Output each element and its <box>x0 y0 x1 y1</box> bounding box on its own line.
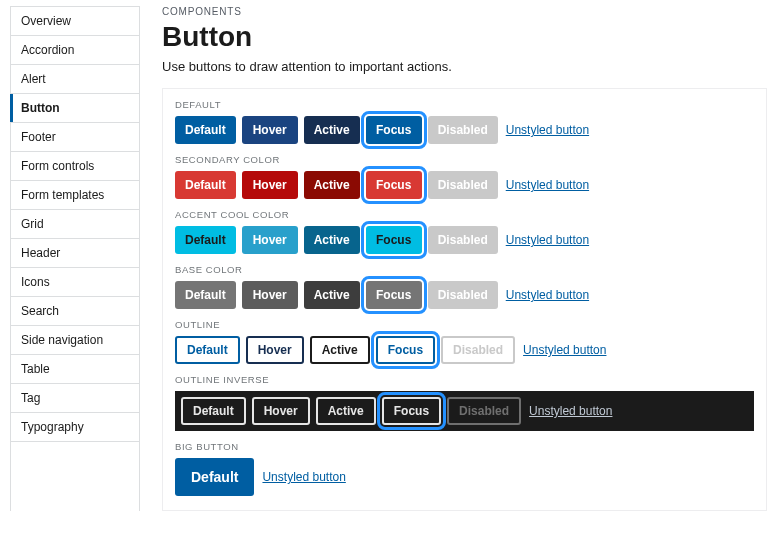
button-base-disabled: Disabled <box>428 281 498 309</box>
sidenav-item-button[interactable]: Button <box>11 94 139 123</box>
sidenav-item-overview[interactable]: Overview <box>11 7 139 36</box>
group-label-big: BIG BUTTON <box>175 441 754 452</box>
unstyled-button-outline-inverse[interactable]: Unstyled button <box>527 404 614 418</box>
button-outline-disabled: Disabled <box>441 336 515 364</box>
page-lead: Use buttons to draw attention to importa… <box>162 59 767 74</box>
sidenav-item-form-templates[interactable]: Form templates <box>11 181 139 210</box>
unstyled-button-base[interactable]: Unstyled button <box>504 288 591 302</box>
group-label-outline-inverse: OUTLINE INVERSE <box>175 374 754 385</box>
button-outline-inverse-hover[interactable]: Hover <box>252 397 310 425</box>
group-label-base: BASE COLOR <box>175 264 754 275</box>
unstyled-button-secondary[interactable]: Unstyled button <box>504 178 591 192</box>
sidenav-item-search[interactable]: Search <box>11 297 139 326</box>
button-secondary-default[interactable]: Default <box>175 171 236 199</box>
button-default-default[interactable]: Default <box>175 116 236 144</box>
button-row-outline: DefaultHoverActiveFocusDisabledUnstyled … <box>175 336 754 364</box>
sidenav-item-tag[interactable]: Tag <box>11 384 139 413</box>
button-cool-active[interactable]: Active <box>304 226 360 254</box>
unstyled-button-cool[interactable]: Unstyled button <box>504 233 591 247</box>
button-secondary-focus[interactable]: Focus <box>366 171 422 199</box>
button-row-secondary: DefaultHoverActiveFocusDisabledUnstyled … <box>175 171 754 199</box>
group-label-outline: OUTLINE <box>175 319 754 330</box>
sidenav-item-alert[interactable]: Alert <box>11 65 139 94</box>
button-base-default[interactable]: Default <box>175 281 236 309</box>
button-default-hover[interactable]: Hover <box>242 116 298 144</box>
main-content: COMPONENTS Button Use buttons to draw at… <box>162 6 767 511</box>
unstyled-button-big[interactable]: Unstyled button <box>260 470 347 484</box>
button-base-focus[interactable]: Focus <box>366 281 422 309</box>
button-outline-inverse-focus[interactable]: Focus <box>382 397 441 425</box>
button-row-big: DefaultUnstyled button <box>175 458 754 496</box>
button-row-base: DefaultHoverActiveFocusDisabledUnstyled … <box>175 281 754 309</box>
button-big-default[interactable]: Default <box>175 458 254 496</box>
button-outline-inverse-disabled: Disabled <box>447 397 521 425</box>
button-secondary-hover[interactable]: Hover <box>242 171 298 199</box>
group-label-cool: ACCENT COOL COLOR <box>175 209 754 220</box>
page-title: Button <box>162 21 767 53</box>
button-row-default: DefaultHoverActiveFocusDisabledUnstyled … <box>175 116 754 144</box>
button-outline-active[interactable]: Active <box>310 336 370 364</box>
button-base-active[interactable]: Active <box>304 281 360 309</box>
button-cool-disabled: Disabled <box>428 226 498 254</box>
side-navigation: OverviewAccordionAlertButtonFooterForm c… <box>10 6 140 511</box>
button-row-cool: DefaultHoverActiveFocusDisabledUnstyled … <box>175 226 754 254</box>
sidenav-item-form-controls[interactable]: Form controls <box>11 152 139 181</box>
button-cool-default[interactable]: Default <box>175 226 236 254</box>
button-secondary-active[interactable]: Active <box>304 171 360 199</box>
button-outline-default[interactable]: Default <box>175 336 240 364</box>
sidenav-item-accordion[interactable]: Accordion <box>11 36 139 65</box>
group-label-default: DEFAULT <box>175 99 754 110</box>
unstyled-button-outline[interactable]: Unstyled button <box>521 343 608 357</box>
sidenav-item-footer[interactable]: Footer <box>11 123 139 152</box>
unstyled-button-default[interactable]: Unstyled button <box>504 123 591 137</box>
group-label-secondary: SECONDARY COLOR <box>175 154 754 165</box>
button-outline-inverse-active[interactable]: Active <box>316 397 376 425</box>
sidenav-item-table[interactable]: Table <box>11 355 139 384</box>
examples-panel: DEFAULTDefaultHoverActiveFocusDisabledUn… <box>162 88 767 511</box>
sidenav-item-typography[interactable]: Typography <box>11 413 139 442</box>
button-base-hover[interactable]: Hover <box>242 281 298 309</box>
sidenav-item-header[interactable]: Header <box>11 239 139 268</box>
sidenav-item-side-navigation[interactable]: Side navigation <box>11 326 139 355</box>
sidenav-item-grid[interactable]: Grid <box>11 210 139 239</box>
button-cool-hover[interactable]: Hover <box>242 226 298 254</box>
sidenav-item-icons[interactable]: Icons <box>11 268 139 297</box>
button-secondary-disabled: Disabled <box>428 171 498 199</box>
button-cool-focus[interactable]: Focus <box>366 226 422 254</box>
button-outline-hover[interactable]: Hover <box>246 336 304 364</box>
page-eyebrow: COMPONENTS <box>162 6 767 17</box>
button-default-disabled: Disabled <box>428 116 498 144</box>
button-default-active[interactable]: Active <box>304 116 360 144</box>
button-outline-focus[interactable]: Focus <box>376 336 435 364</box>
button-default-focus[interactable]: Focus <box>366 116 422 144</box>
button-outline-inverse-default[interactable]: Default <box>181 397 246 425</box>
button-row-outline-inverse: DefaultHoverActiveFocusDisabledUnstyled … <box>175 391 754 431</box>
